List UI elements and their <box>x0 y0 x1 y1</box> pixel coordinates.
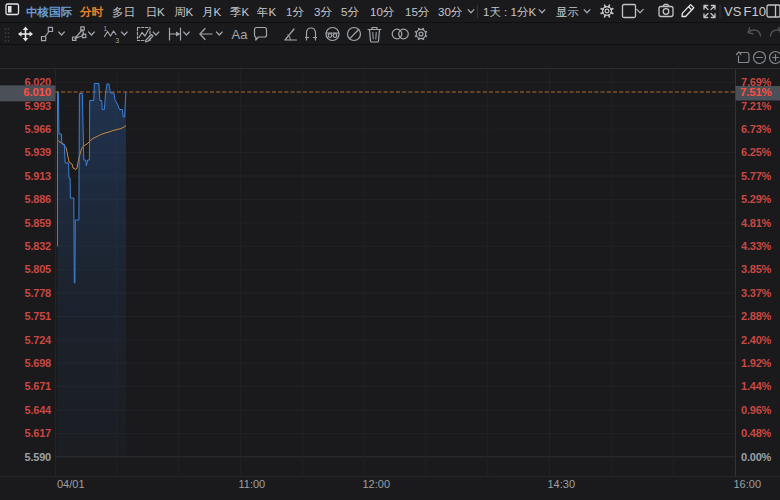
svg-text:5.29%: 5.29% <box>741 193 772 205</box>
svg-text:5.644: 5.644 <box>24 404 52 416</box>
svg-text:1分: 1分 <box>286 6 304 18</box>
svg-text:VS: VS <box>724 4 742 19</box>
svg-text:2.88%: 2.88% <box>741 310 772 322</box>
svg-text:6.73%: 6.73% <box>741 123 772 135</box>
svg-text:12:00: 12:00 <box>363 478 391 490</box>
svg-text:3.85%: 3.85% <box>741 263 772 275</box>
svg-text:5.886: 5.886 <box>24 193 51 205</box>
svg-text:5.966: 5.966 <box>24 123 51 135</box>
svg-text:多日: 多日 <box>112 6 135 18</box>
svg-text:7.21%: 7.21% <box>741 100 772 112</box>
svg-text:3分: 3分 <box>314 6 332 18</box>
svg-text:5.751: 5.751 <box>24 310 51 322</box>
svg-text:04/01: 04/01 <box>57 478 85 490</box>
svg-text:3: 3 <box>116 37 120 44</box>
svg-text:15分: 15分 <box>405 6 430 18</box>
svg-text:5.671: 5.671 <box>24 380 51 392</box>
svg-text:1.92%: 1.92% <box>741 357 772 369</box>
svg-text:1: 1 <box>104 25 108 32</box>
svg-text:F10: F10 <box>744 4 766 19</box>
svg-text:1.44%: 1.44% <box>741 380 772 392</box>
svg-text:中核国际: 中核国际 <box>26 6 73 18</box>
svg-text:月K: 月K <box>202 6 222 18</box>
svg-text:5.617: 5.617 <box>24 427 51 439</box>
svg-text:1天 : 1分K: 1天 : 1分K <box>483 6 536 18</box>
svg-text:30分: 30分 <box>438 6 463 18</box>
svg-text:2.40%: 2.40% <box>741 334 772 346</box>
svg-text:6.25%: 6.25% <box>741 146 772 158</box>
svg-text:4.81%: 4.81% <box>741 217 772 229</box>
svg-text:0.96%: 0.96% <box>741 404 772 416</box>
svg-text:5分: 5分 <box>341 6 359 18</box>
svg-text:5.832: 5.832 <box>24 240 51 252</box>
svg-text:5.913: 5.913 <box>24 170 51 182</box>
svg-text:5.859: 5.859 <box>24 217 51 229</box>
svg-text:周K: 周K <box>174 6 194 18</box>
svg-text:分时: 分时 <box>79 6 104 18</box>
svg-text:0.00%: 0.00% <box>741 451 772 463</box>
svg-text:5.590: 5.590 <box>24 451 51 463</box>
svg-text:5.939: 5.939 <box>24 146 51 158</box>
svg-text:10分: 10分 <box>370 6 395 18</box>
svg-text:16:00: 16:00 <box>734 478 762 490</box>
svg-text:Aa: Aa <box>232 27 249 42</box>
svg-text:4.33%: 4.33% <box>741 240 772 252</box>
svg-text:显示: 显示 <box>556 6 579 18</box>
svg-text:7.51%: 7.51% <box>740 86 772 98</box>
svg-text:11:00: 11:00 <box>239 478 266 490</box>
svg-text:日K: 日K <box>146 6 166 18</box>
svg-text:3.37%: 3.37% <box>741 287 772 299</box>
svg-text:14:30: 14:30 <box>548 478 576 490</box>
svg-text:5.778: 5.778 <box>24 287 51 299</box>
svg-text:6.010: 6.010 <box>23 86 51 98</box>
svg-text:季K: 季K <box>230 6 250 18</box>
svg-text:年K: 年K <box>256 6 277 18</box>
svg-text:5.698: 5.698 <box>24 357 51 369</box>
svg-text:5.724: 5.724 <box>24 334 52 346</box>
svg-text:5.993: 5.993 <box>24 100 51 112</box>
svg-text:0.48%: 0.48% <box>741 427 772 439</box>
svg-text:5.805: 5.805 <box>24 263 51 275</box>
svg-text:5.77%: 5.77% <box>741 170 772 182</box>
